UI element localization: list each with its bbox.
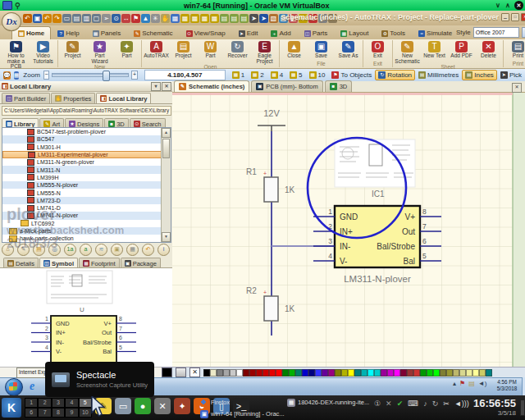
power-plug-icon[interactable]: ▤	[468, 380, 475, 387]
grid-tool-icon[interactable]: ▦	[126, 244, 139, 256]
list-item[interactable]: LM723-D	[2, 197, 171, 204]
palette-color-swatch[interactable]	[472, 369, 479, 377]
windows-start-button[interactable]	[5, 378, 23, 396]
chart-icon[interactable]: ▲	[141, 14, 150, 23]
list-item[interactable]: LM311-Experimental-plover	[2, 151, 171, 158]
updates-check-icon[interactable]: ✔	[397, 399, 404, 408]
resistor-r1[interactable]	[264, 177, 278, 202]
kde-menu-button[interactable]: K	[2, 398, 21, 418]
save-icon[interactable]: ▣	[33, 14, 42, 23]
inches-toggle[interactable]: ▤Inches	[462, 70, 497, 80]
grid-red-2-icon[interactable]: ▦	[190, 14, 199, 23]
mic-icon[interactable]: ♪	[423, 399, 427, 408]
palette-color-swatch[interactable]	[322, 369, 328, 377]
ruler-1-icon[interactable]: ▤	[220, 14, 229, 23]
panel-close-button[interactable]: ✕	[162, 82, 171, 91]
list-item[interactable]: LM741-D	[2, 204, 171, 212]
utilities-icon[interactable]: ✕	[154, 398, 171, 414]
palette-color-swatch[interactable]	[230, 369, 236, 377]
snap-grid-10-button[interactable]: ▦10	[306, 70, 329, 80]
palette-color-swatch[interactable]	[262, 369, 269, 377]
zoom-slider[interactable]	[52, 73, 129, 77]
speaker-icon[interactable]: ◄)	[478, 380, 487, 387]
tab-add[interactable]: +Add	[264, 26, 297, 39]
list-item[interactable]: LTC6992	[2, 220, 171, 227]
vbox-close-button[interactable]: ✕	[514, 1, 523, 10]
new-schematic-button[interactable]: ✎New Schematic	[394, 40, 421, 64]
tab-parts[interactable]: ◫Parts	[298, 26, 335, 39]
tab-edit[interactable]: ➤Edit	[232, 26, 265, 39]
columns-icon[interactable]: ▥	[82, 14, 91, 23]
palette-color-swatch[interactable]	[407, 369, 413, 377]
palette-color-swatch[interactable]	[368, 369, 374, 377]
undo-icon[interactable]: ↶	[43, 14, 52, 23]
palette-color-swatch[interactable]	[466, 369, 472, 377]
close-small-icon[interactable]: ✕	[386, 399, 392, 408]
back-icon[interactable]: ↶	[23, 14, 32, 23]
palette-color-swatch[interactable]	[276, 369, 282, 377]
tab-simulate[interactable]: ≈Simulate	[412, 26, 459, 39]
panel-pin-button[interactable]: ▾	[151, 82, 161, 91]
pan-icon[interactable]: ↔	[121, 14, 130, 23]
palette-color-swatch[interactable]	[348, 369, 354, 377]
scroll-down-icon[interactable]: ▼	[162, 232, 171, 242]
folder-tool-icon[interactable]: ▤	[33, 244, 45, 256]
palette-color-swatch[interactable]	[236, 369, 243, 377]
power-net-label[interactable]: 12V	[263, 108, 280, 118]
scroll-up-icon[interactable]: ▲	[162, 128, 171, 138]
doc-tab-schematic-inches-[interactable]: ✎Schematic (inches)	[174, 80, 249, 92]
ruler-2-icon[interactable]: ▤	[230, 14, 239, 23]
kde-show-desktop-button[interactable]	[520, 399, 525, 416]
grid-red-3-icon[interactable]: ▦	[200, 14, 209, 23]
ic1-part-name[interactable]: LM311-N-plover	[344, 274, 411, 284]
palette-color-swatch[interactable]	[381, 369, 387, 377]
grid-red-4-icon[interactable]: ▦	[210, 14, 219, 23]
desktop-2[interactable]: 2	[38, 398, 51, 408]
palette-color-swatch[interactable]	[446, 369, 453, 377]
window-icon[interactable]: ▭	[62, 14, 71, 23]
spectacle-scissors-icon[interactable]: ✂	[443, 399, 450, 408]
snap-grid-4-button[interactable]: ▦4	[267, 70, 286, 80]
r2-value[interactable]: 1K	[285, 304, 295, 313]
add-pdf-button[interactable]: PAdd PDF	[448, 40, 475, 59]
rotation-toggle[interactable]: ↻Rotation	[375, 70, 415, 80]
marble-globe-icon[interactable]: ●	[135, 398, 151, 414]
desktop-1[interactable]: 1	[25, 398, 38, 408]
palette-color-swatch[interactable]	[256, 369, 262, 377]
pencil-tool-icon[interactable]: ✎	[17, 244, 30, 256]
task-firefox[interactable]: Firefox	[200, 397, 284, 408]
palette-color-swatch[interactable]	[479, 369, 486, 377]
app-minimize-button[interactable]: ▁	[501, 13, 509, 21]
zoom-out-button[interactable]: −	[43, 71, 50, 80]
desktop-6[interactable]: 6	[25, 408, 38, 418]
doc-tab-pcb-mm-bottom[interactable]: ▣PCB (mm)- Bottom	[251, 80, 322, 92]
palette-color-swatch[interactable]	[394, 369, 400, 377]
palette-color-swatch[interactable]	[361, 369, 368, 377]
list-item[interactable]: BC547	[2, 135, 171, 143]
part-wizard-button[interactable]: ★Part Wizard	[86, 40, 113, 64]
palette-color-swatch[interactable]	[335, 369, 341, 377]
palette-color-swatch[interactable]	[354, 369, 361, 377]
lightning-icon[interactable]: ➢	[102, 14, 111, 23]
list-item[interactable]: a-Mick-parts	[2, 227, 171, 235]
ic1-ref[interactable]: IC1	[372, 189, 385, 199]
palette-color-swatch[interactable]	[315, 369, 322, 377]
list-item[interactable]: LM555-N-plover	[2, 181, 171, 189]
r2-ref[interactable]: R2	[246, 286, 257, 295]
show-desktop-button[interactable]	[522, 377, 525, 395]
palette-color-swatch[interactable]	[269, 369, 276, 377]
virtual-desktop-pager[interactable]: 12345678910	[25, 398, 92, 418]
app-close-button[interactable]: ✕	[521, 13, 525, 21]
autotrax-button[interactable]: AAutoTRAX	[143, 40, 170, 59]
keyboard-icon[interactable]: ⌨	[408, 399, 418, 408]
snowflake-icon[interactable]: ✳	[151, 14, 160, 23]
list-item[interactable]: hawk-parts-collection	[2, 235, 171, 242]
network-icon[interactable]: ↻	[432, 399, 439, 408]
palette-color-swatch[interactable]	[210, 369, 217, 377]
badge-1a-icon[interactable]: 1a	[64, 244, 76, 256]
tab-view-snap[interactable]: ⊙View/Snap	[180, 26, 232, 39]
library-scrollbar[interactable]: ▲ ▼	[161, 128, 171, 242]
action-center-flag-icon[interactable]: ⚑	[459, 380, 465, 387]
scrollbar-thumb[interactable]	[162, 139, 170, 158]
palette-color-swatch[interactable]	[223, 369, 230, 377]
